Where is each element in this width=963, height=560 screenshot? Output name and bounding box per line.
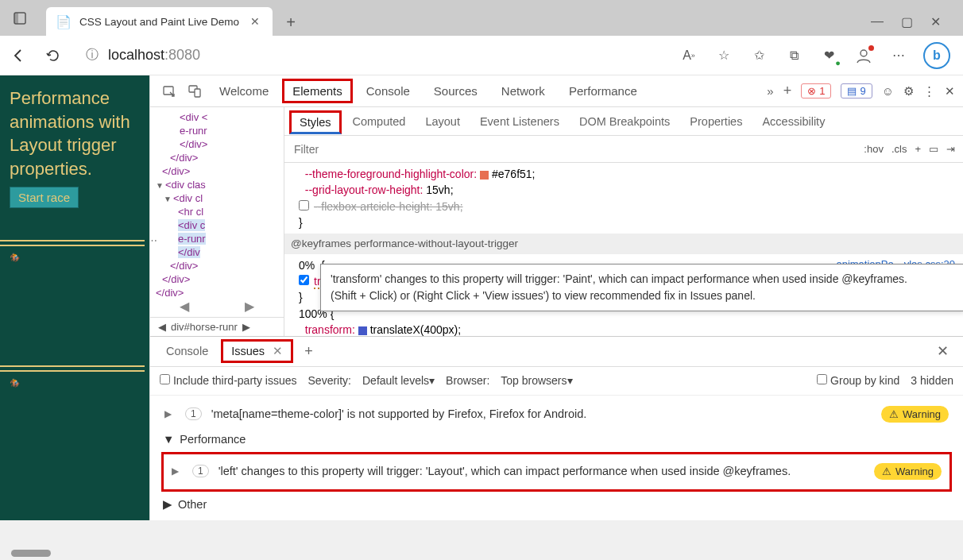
favorites-icon[interactable]: ✩ — [748, 45, 769, 66]
issue-row[interactable]: ▶ 1 'meta[name=theme-color]' is not supp… — [161, 400, 952, 429]
new-tab-button[interactable]: + — [277, 9, 304, 36]
severity-dropdown[interactable]: Default levels▾ — [362, 374, 435, 387]
window-close-icon[interactable]: ✕ — [930, 14, 941, 29]
include-third-party-checkbox[interactable]: Include third-party issues — [160, 374, 297, 387]
settings-icon[interactable]: ⚙ — [903, 84, 914, 98]
property-toggle[interactable] — [299, 275, 309, 285]
warning-badge: ⚠ Warning — [874, 463, 942, 480]
sidebar-tab-layout[interactable]: Layout — [416, 110, 469, 133]
pane-icon[interactable]: ⇥ — [946, 143, 955, 155]
svg-point-2 — [861, 50, 867, 56]
sidebar-tab-computed[interactable]: Computed — [344, 110, 415, 133]
svg-rect-5 — [195, 89, 200, 97]
error-count-pill[interactable]: ⊗ 1 — [801, 83, 831, 98]
site-info-icon[interactable]: ⓘ — [86, 47, 99, 64]
expand-icon: ▶ — [163, 498, 172, 511]
tab-close-icon[interactable]: ✕ — [247, 14, 263, 29]
tab-elements[interactable]: Elements — [282, 79, 353, 103]
read-aloud-icon[interactable]: A» — [679, 45, 699, 66]
refresh-button[interactable] — [43, 45, 64, 66]
kebab-icon[interactable]: ⋮ — [923, 84, 935, 98]
url-text: localhost:8080 — [108, 47, 200, 64]
add-tab-icon[interactable]: + — [783, 83, 792, 99]
back-button[interactable] — [8, 45, 29, 66]
address-bar[interactable]: ⓘ localhost:8080 — [78, 47, 664, 64]
start-race-button[interactable]: Start race — [10, 187, 79, 208]
property-toggle[interactable] — [299, 200, 309, 210]
drawer-tab-console[interactable]: Console — [158, 340, 216, 362]
browser-dropdown[interactable]: Top browsers▾ — [501, 374, 572, 387]
collections-icon[interactable]: ⧉ — [783, 45, 804, 66]
star-icon[interactable]: ☆ — [714, 45, 734, 66]
expand-icon[interactable]: ▶ — [164, 406, 176, 419]
scroll-right-icon[interactable]: ▶ — [245, 299, 254, 314]
maximize-icon[interactable]: ▢ — [901, 14, 913, 29]
browser-label: Browser: — [446, 374, 489, 387]
issue-category[interactable]: ▼Performance — [161, 428, 952, 450]
issue-text: 'meta[name=theme-color]' is not supporte… — [211, 406, 872, 423]
sidebar-tab-listeners[interactable]: Event Listeners — [471, 110, 568, 133]
sidebar-tab-styles[interactable]: Styles — [289, 110, 342, 134]
page-preview: Performance animations with Layout trigg… — [0, 75, 149, 520]
page-icon: 📄 — [56, 14, 72, 29]
sidebar-tab-accessibility[interactable]: Accessibility — [753, 110, 833, 133]
more-icon[interactable]: ⋯ — [888, 45, 909, 66]
group-by-kind-checkbox[interactable]: Group by kind — [817, 374, 899, 387]
issue-count: 1 — [192, 465, 209, 477]
property-tooltip: 'transform' changes to this property wil… — [320, 264, 963, 311]
more-tabs-icon[interactable]: » — [767, 84, 773, 98]
issue-category[interactable]: ▶Other — [161, 493, 952, 516]
horse-graphic-1: 🏇 — [10, 238, 81, 286]
breadcrumb[interactable]: ◀div#horse-runr▶ — [150, 317, 284, 336]
keyframes-header: @keyframes performance-without-layout-tr… — [284, 234, 963, 254]
bing-icon[interactable]: b — [923, 42, 950, 69]
tab-sources[interactable]: Sources — [423, 84, 488, 98]
severity-label: Severity: — [308, 374, 351, 387]
warning-badge: ⚠ Warning — [881, 406, 949, 423]
horizontal-scrollbar[interactable] — [0, 546, 963, 560]
sidebar-tab-breakpoints[interactable]: DOM Breakpoints — [570, 110, 679, 133]
cls-toggle[interactable]: .cls — [891, 143, 907, 155]
sidebar-tab-properties[interactable]: Properties — [681, 110, 751, 133]
drawer-close-icon[interactable]: ✕ — [930, 339, 955, 363]
hov-toggle[interactable]: :hov — [864, 143, 884, 155]
tab-welcome[interactable]: Welcome — [209, 84, 279, 98]
css-rules[interactable]: --theme-foreground-highlight-color: #e76… — [284, 163, 963, 336]
add-drawer-tab-icon[interactable]: + — [298, 343, 319, 360]
performance-icon[interactable]: ❤● — [818, 45, 839, 66]
styles-filter-input[interactable] — [284, 143, 856, 156]
hidden-count: 3 hidden — [911, 374, 953, 387]
minimize-icon[interactable]: — — [871, 14, 884, 29]
message-count-pill[interactable]: ▤ 9 — [841, 83, 872, 98]
expand-icon[interactable]: ▶ — [172, 463, 183, 477]
devtools-close-icon[interactable]: ✕ — [945, 84, 955, 98]
app-icon — [0, 0, 40, 36]
profile-icon[interactable] — [853, 45, 874, 66]
scroll-left-icon[interactable]: ◀ — [180, 299, 189, 314]
feedback-icon[interactable]: ☺ — [882, 84, 894, 98]
collapse-icon: ▼ — [163, 433, 174, 446]
dom-tree[interactable]: <div < e-runr </div> </div> </div> ▼<div… — [150, 107, 284, 296]
tab-console[interactable]: Console — [356, 84, 420, 98]
horse-graphic-2: 🏇 — [10, 364, 81, 411]
close-icon: ✕ — [273, 345, 283, 357]
tab-performance[interactable]: Performance — [559, 84, 648, 98]
new-style-icon[interactable]: + — [915, 143, 921, 155]
drawer-tab-issues[interactable]: Issues ✕ — [221, 339, 293, 363]
svg-rect-1 — [14, 13, 18, 24]
tab-title: CSS Layout and Paint Live Demo — [79, 16, 239, 28]
tab-network[interactable]: Network — [491, 84, 555, 98]
device-icon[interactable] — [184, 80, 206, 102]
issue-text: 'left' changes to this property will tri… — [219, 463, 864, 481]
inspect-icon[interactable] — [158, 80, 180, 102]
page-heading: Performance animations with Layout trigg… — [10, 87, 140, 181]
computed-icon[interactable]: ▭ — [929, 143, 938, 155]
issue-count: 1 — [185, 407, 202, 420]
browser-tab[interactable]: 📄 CSS Layout and Paint Live Demo ✕ — [46, 7, 273, 36]
issue-row[interactable]: ▶ 1 'left' changes to this property will… — [168, 458, 945, 486]
